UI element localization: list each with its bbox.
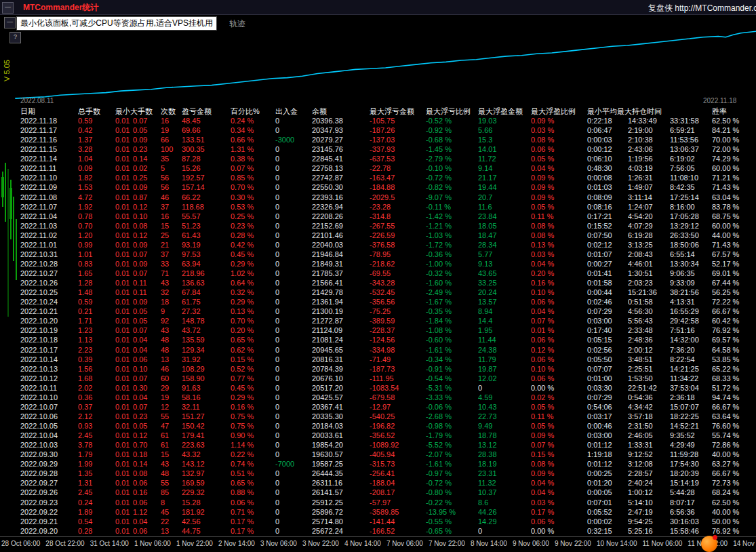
table-cell: 2022.10.05 xyxy=(20,421,78,431)
table-cell: 0 xyxy=(275,345,312,355)
table-cell: 66.67 % xyxy=(712,307,753,316)
minimize-icon[interactable]: — xyxy=(2,2,14,14)
panel-minimize-button[interactable]: — xyxy=(4,17,16,28)
table-row: 2022.10.121.680.010.0760158.900.77 %0206… xyxy=(20,374,753,383)
table-cell: 71.21 % xyxy=(712,173,753,182)
table-cell: 0.24 xyxy=(78,498,115,507)
table-cell: 0:07:01 xyxy=(587,498,628,507)
table-cell: -2029.5 xyxy=(370,193,426,202)
table-cell: 14:52:21 xyxy=(670,421,712,431)
table-cell: 2:47:19 xyxy=(628,507,670,517)
tab-trajectory[interactable]: 轨迹 xyxy=(229,18,245,30)
table-cell: 0.01 xyxy=(115,517,133,526)
table-row: 2022.10.271.650.010.0771218.961.02 %0217… xyxy=(20,269,753,278)
table-row: 2022.09.200.280.010.061344.750.17 %02567… xyxy=(20,526,753,536)
table-cell: 61.43 xyxy=(182,231,231,240)
table-cell: 33 xyxy=(161,259,182,269)
table-cell: 11.6 xyxy=(478,202,531,212)
table-cell: 9 xyxy=(161,307,182,316)
table-cell: 0.03 % xyxy=(531,250,587,259)
table-cell: 2022.11.18 xyxy=(20,116,78,125)
time-axis-label: 28 Oct 06:00 xyxy=(1,540,40,547)
table-cell: 38:21:56 xyxy=(670,288,712,297)
table-cell: 40.00 % xyxy=(712,507,753,517)
table-cell: 2022.11.15 xyxy=(20,144,78,154)
table-cell: 0.23 xyxy=(133,144,161,154)
table-cell: 0.06 xyxy=(133,355,161,364)
table-cell: 1.14 % xyxy=(231,440,275,450)
table-cell: -0.98 % xyxy=(426,421,478,431)
table-cell: 72.00 % xyxy=(712,144,753,154)
table-cell: 9:54:25 xyxy=(628,517,670,526)
table-cell: -334.98 xyxy=(370,345,426,355)
table-cell: 0.03 % xyxy=(531,125,587,135)
table-cell: 44.75 xyxy=(182,526,231,536)
brand-link[interactable]: 复盘侠 http://MTCommander.co xyxy=(648,3,756,14)
table-cell: 76.60 % xyxy=(712,421,753,431)
table-cell: 15:21:36 xyxy=(628,288,670,297)
help-button[interactable]: ? xyxy=(9,32,21,43)
table-row: 2022.11.084.720.010.874666.220.30 %02239… xyxy=(20,193,753,202)
table-cell: 67.57 % xyxy=(712,250,753,259)
table-cell: 32.11 xyxy=(182,402,231,412)
table-cell: 0 xyxy=(275,193,312,202)
table-cell: 28.34 xyxy=(478,240,531,250)
table-cell: 1:19:18 xyxy=(587,450,628,459)
review-app-icon[interactable] xyxy=(701,536,717,552)
table-cell: 9.14 xyxy=(478,163,531,173)
table-row: 2022.09.221.890.011.1245181.920.71 %0258… xyxy=(20,507,753,517)
table-cell: 11.79 xyxy=(478,355,531,364)
table-cell: 2022.09.20 xyxy=(20,526,78,536)
table-cell: -0.11 % xyxy=(426,202,478,212)
table-cell: 0 xyxy=(275,278,312,288)
table-cell: 0.08 % xyxy=(531,231,587,240)
table-cell: 151.27 xyxy=(182,412,231,421)
table-cell: 0.53 % xyxy=(231,202,275,212)
table-cell: 85 xyxy=(161,488,182,497)
table-cell: 24.38 xyxy=(478,345,531,355)
table-cell: -315.73 xyxy=(370,459,426,469)
table-cell: 15:07:07 xyxy=(670,402,712,412)
table-cell: 158.90 xyxy=(182,374,231,383)
table-cell: -0.54 % xyxy=(426,374,478,383)
table-cell: 0:05:15 xyxy=(587,335,628,344)
table-cell: -2.07 % xyxy=(426,450,478,459)
time-axis: 28 Oct 06:0028 Oct 22:0031 Oct 14:001 No… xyxy=(0,536,756,552)
table-cell: 0:00:44 xyxy=(587,288,628,297)
table-row: 2022.10.210.210.010.05927.320.13 %021300… xyxy=(20,307,753,316)
table-cell: 0:00:27 xyxy=(587,259,628,269)
table-cell: 3.78 xyxy=(78,440,115,450)
table-cell: 0.09 xyxy=(78,163,115,173)
table-cell: 55 xyxy=(161,478,182,488)
table-cell: 0:01:41 xyxy=(587,269,628,278)
table-cell: 0:03:00 xyxy=(587,431,628,440)
table-cell: 26311.16 xyxy=(312,478,370,488)
table-cell: 48.45 xyxy=(182,116,231,125)
table-row: 2022.09.262.450.010.1685229.320.88 %0261… xyxy=(20,488,753,497)
table-cell: 1.71 xyxy=(78,316,115,326)
table-cell: 0.09 xyxy=(133,297,161,307)
table-cell: -0.80 % xyxy=(426,488,478,497)
table-cell: 0 xyxy=(275,402,312,412)
table-cell: 0 xyxy=(275,154,312,163)
time-axis-label: 2 Nov 14:00 xyxy=(218,540,255,547)
table-cell: 12.02 xyxy=(478,374,531,383)
table-cell: 6:19:28 xyxy=(628,231,670,240)
table-cell: 25 xyxy=(161,231,182,240)
table-cell: 0.01 xyxy=(115,144,133,154)
table-cell: 2.45 xyxy=(78,488,115,497)
table-cell: 61.75 xyxy=(182,297,231,307)
table-cell: -187.73 xyxy=(370,364,426,374)
table-cell: 0.90 % xyxy=(231,431,275,440)
table-cell: -1.21 % xyxy=(426,221,478,231)
table-cell: 0 xyxy=(275,182,312,192)
time-axis-label: 1 Nov 22:00 xyxy=(176,540,213,547)
table-cell: 0.05 % xyxy=(531,154,587,163)
table-cell: 0.17 % xyxy=(231,526,275,536)
table-cell: 1.99 xyxy=(78,459,115,469)
table-cell: 0:05:50 xyxy=(587,355,628,364)
table-cell: 65.22 % xyxy=(712,364,753,374)
table-cell: 94.74 % xyxy=(712,393,753,402)
table-cell: 0:48:30 xyxy=(587,163,628,173)
table-cell: 2022.10.18 xyxy=(20,335,78,344)
